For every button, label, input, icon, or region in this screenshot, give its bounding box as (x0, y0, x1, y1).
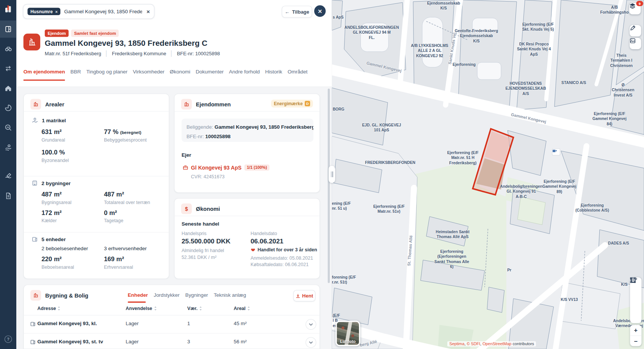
sidebar-item-explore[interactable] (0, 41, 16, 57)
col-vaer[interactable]: Vær. (187, 306, 197, 311)
bebyggelsesprocent-value: 77 % (beregnet) (104, 128, 141, 136)
handelspris-value: 25.500.000 DKK (182, 237, 230, 245)
tab-bar: Om ejendommen BBR Tingbog og planer Virk… (24, 69, 328, 81)
badge-ejendom: Ejendom (45, 30, 69, 37)
subtab-teknisk-anlaeg[interactable]: Teknisk anlæg (214, 293, 246, 298)
map-zoom: + − (630, 325, 641, 346)
col-adresse[interactable]: Adresse (38, 306, 56, 311)
col-areal[interactable]: Areal (234, 306, 246, 311)
owner-cvr: CVR: 42451673 (191, 174, 225, 179)
layers-icon (629, 3, 636, 9)
zoom-out-button[interactable]: − (630, 335, 641, 346)
beboelsesenheder-count: 2 beboelsesenheder (41, 246, 88, 251)
handel-note: Handlet for over 3 år siden (257, 247, 317, 252)
anmeldelsesdato: Anmeldelsesdato: 05.08.2021 (251, 256, 313, 260)
subtab-jordstykker[interactable]: Jordstykker (154, 293, 179, 298)
panel-collapse-handle[interactable] (329, 166, 335, 183)
okonomi-icon: $ (181, 203, 192, 214)
app-logo[interactable] (0, 1, 16, 17)
sidebar-item-home[interactable] (0, 80, 16, 96)
price-per-sqm: 52.361 DKK / m² (182, 255, 216, 260)
sort-icon[interactable] (58, 306, 61, 310)
back-button[interactable]: ← Tilbage (282, 6, 312, 17)
map-canvas[interactable]: Ejendomsselskab K/SA/B Forhåbningshos Ap… (332, 0, 644, 349)
tab-okonomi[interactable]: Økonomi (170, 69, 190, 81)
energy-badge[interactable]: Energimærke D (271, 100, 313, 108)
sidebar: ? (0, 0, 16, 349)
search-clear-icon[interactable]: × (147, 8, 150, 15)
draw-button[interactable] (630, 25, 641, 36)
card-okonomi: $ Økonomi Seneste handel Handelspris 25.… (174, 198, 320, 279)
erhvervsareal-value: 169 m² (104, 256, 124, 263)
sidebar-item-properties[interactable] (0, 20, 16, 38)
byzoneandel-label: Byzoneandel (41, 158, 69, 163)
filter-chip[interactable]: Husnumre × (28, 8, 61, 16)
tab-tingbog[interactable]: Tingbog og planer (86, 69, 128, 81)
attribution-osm-link[interactable]: OpenStreetMap (483, 342, 512, 346)
map-tools (630, 277, 641, 323)
hand-sale-icon (4, 172, 12, 180)
attribution-septima-link[interactable]: Septima (449, 342, 464, 346)
sort-icon[interactable] (199, 306, 202, 310)
unit-icon (30, 321, 36, 327)
row-vaer: 3 (187, 339, 190, 344)
fullscreen-button[interactable] (630, 300, 641, 312)
search-bar[interactable]: Husnumre × Gammel Kongevej 93, 1850 Fred… (23, 4, 155, 19)
tab-omradet[interactable]: Området (288, 69, 308, 81)
sidebar-item-sales[interactable] (0, 168, 16, 184)
tab-dokumenter[interactable]: Dokumenter (196, 69, 224, 81)
row-adresse[interactable]: Gammel Kongevej 93, st. tv (38, 339, 103, 344)
sort-icon[interactable] (247, 306, 250, 310)
streetview-marker[interactable] (552, 148, 560, 155)
meta-kommune[interactable]: Frederiksberg Kommune (112, 51, 166, 56)
layers-button[interactable]: 9 (629, 3, 641, 14)
owner-share-badge: 1/1 (100%) (244, 165, 270, 171)
binoculars-icon (4, 45, 12, 53)
row-adresse[interactable]: Gammel Kongevej 93, kl. (38, 321, 97, 326)
map-shapes (332, 0, 644, 349)
card-arealer: Arealer 1 matrikel 631 m² Grundareal 77 … (24, 93, 169, 279)
tab-virksomheder[interactable]: Virksomheder (133, 69, 164, 81)
subtab-enheder[interactable]: Enheder (128, 293, 148, 298)
sidebar-item-portfolio-analytics[interactable] (0, 100, 16, 116)
subtab-bygninger[interactable]: Bygninger (185, 293, 208, 298)
basemap-toggle[interactable]: Luftfoto (335, 321, 360, 346)
card-bygning-bolig: Bygning & Bolig Enheder Jordstykker Bygn… (24, 285, 320, 349)
row-expand-button[interactable] (306, 337, 316, 348)
tab-historik[interactable]: Historik (265, 69, 282, 81)
tab-om-ejendommen[interactable]: Om ejendommen (24, 69, 65, 81)
bfe-value: 100025898 (205, 134, 231, 139)
sidebar-help-button[interactable]: ? (0, 331, 16, 347)
beliggende-value: Gammel Kongevej 93, 1850 Frederiksberg C (215, 124, 313, 130)
print-button[interactable] (630, 312, 641, 323)
tab-andre-forhold[interactable]: Andre forhold (229, 69, 260, 81)
sidebar-item-documents[interactable] (0, 187, 16, 204)
table-header: Adresse Anvendelse Vær. Areal (24, 306, 320, 315)
panel-scrollbar[interactable] (328, 89, 330, 283)
owner-link[interactable]: Gl Kongevej 93 ApS (191, 165, 241, 171)
bygning-bolig-icon (30, 290, 41, 301)
row-expand-button[interactable] (306, 319, 316, 330)
bygning-bolig-title: Bygning & Bolig (45, 292, 88, 298)
search-input[interactable]: Gammel Kongevej 93, 1850 Frederiksb (64, 9, 142, 14)
row-vaer: 1 (187, 321, 190, 326)
col-anvendelse[interactable]: Anvendelse (126, 306, 152, 311)
filter-chip-remove-icon[interactable]: × (55, 9, 58, 14)
measure-area-button[interactable] (630, 289, 641, 300)
sidebar-item-loans[interactable] (0, 139, 16, 155)
sidebar-item-transactions[interactable] (0, 60, 16, 76)
attribution-sdfi-link[interactable]: © SDFI (467, 342, 480, 346)
meta-bfe: BFE-nr: 100025898 (177, 51, 220, 56)
hent-button[interactable]: Hent (293, 290, 316, 301)
bygninger-icon (31, 180, 38, 186)
table-row[interactable]: Gammel Kongevej 93, st. tv Lager 3 56 m² (24, 333, 320, 349)
tab-bbr[interactable]: BBR (71, 69, 81, 81)
sidebar-item-market-search[interactable] (0, 119, 16, 136)
snapshot-button[interactable] (630, 38, 641, 49)
sort-icon[interactable] (154, 306, 157, 310)
table-row[interactable]: Gammel Kongevej 93, kl. Lager 1 45 m² (24, 315, 320, 333)
panel-close-button[interactable]: ✕ (314, 5, 326, 17)
zoom-in-button[interactable]: + (630, 325, 641, 335)
ejer-heading: Ejer (182, 152, 191, 158)
map-attribution: Septima, © SDFI, OpenStreetMap contribut… (447, 341, 536, 347)
